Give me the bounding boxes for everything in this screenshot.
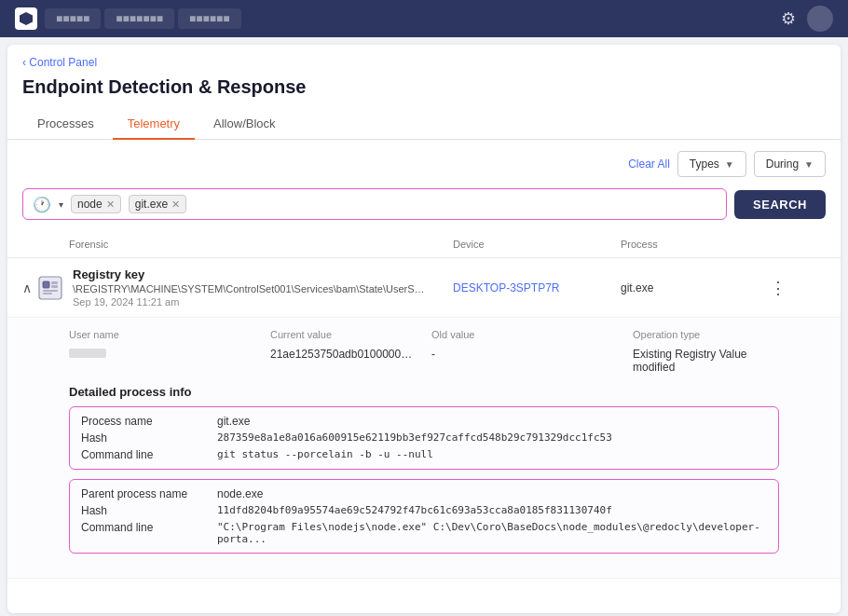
parent-process-info-box: Parent process name node.exe Hash 11dfd8… [69, 479, 779, 554]
types-filter[interactable]: Types ▼ [677, 151, 746, 177]
col-process-header: Process [621, 239, 770, 250]
dropdown-arrow-icon[interactable]: ▾ [59, 199, 63, 210]
search-button[interactable]: SEARCH [734, 190, 826, 219]
svg-rect-3 [51, 285, 58, 288]
hash-row: Hash 287359e8a1e8a016a600915e62119bb3ef9… [81, 431, 767, 445]
svg-rect-1 [43, 281, 49, 288]
registry-icon [35, 273, 65, 303]
during-chevron-icon: ▼ [804, 159, 814, 170]
process-name-box-value: git.exe [217, 415, 767, 428]
row-header[interactable]: ∧ Registry key \REGISTRY [7, 258, 841, 317]
process-name-row: Process name git.exe [81, 415, 767, 428]
types-label: Types [690, 157, 719, 171]
hash-label: Hash [81, 431, 212, 445]
col-expand [22, 239, 69, 250]
svg-rect-5 [43, 293, 52, 294]
command-line-row: Command line git status --porcelain -b -… [81, 448, 767, 461]
search-input-wrap[interactable]: 🕐 ▾ node ✕ git.exe ✕ [22, 188, 727, 220]
tabs: Processes Telemetry Allow/Block [7, 109, 841, 140]
parent-process-value: node.exe [217, 487, 767, 500]
tag-git-close-icon[interactable]: ✕ [171, 199, 180, 210]
expand-icon[interactable]: ∧ [22, 281, 32, 295]
parent-cmd-value: "C:\Program Files\nodejs\node.exe" C:\De… [217, 521, 767, 545]
app-logo[interactable] [15, 7, 37, 30]
nav-item-manage[interactable]: ■■■■■■ [178, 8, 241, 29]
col-actions-header [770, 239, 826, 250]
content-area: Control Panel Endpoint Detection & Respo… [7, 45, 841, 613]
tab-telemetry[interactable]: Telemetry [113, 109, 195, 140]
avatar-icon[interactable] [807, 6, 833, 32]
operation-type-label: Operation type [633, 329, 779, 340]
tab-allow-block[interactable]: Allow/Block [198, 109, 290, 140]
operation-type-value: Existing Registry Value modified [633, 348, 779, 374]
detail-row-1: User name Current value Old value Operat… [69, 329, 779, 340]
tag-git-label: git.exe [135, 198, 168, 211]
breadcrumb[interactable]: Control Panel [7, 45, 841, 73]
col-forensic-header: Forensic [69, 239, 453, 250]
parent-hash-label: Hash [81, 504, 212, 517]
actions-col: ⋮ [770, 278, 826, 298]
svg-rect-2 [51, 281, 58, 284]
process-name-label: Process name [81, 415, 212, 428]
process-info-box: Process name git.exe Hash 287359e8a1e8a0… [69, 406, 779, 470]
clear-all-button[interactable]: Clear All [628, 157, 670, 171]
topbar-left: ■■■■■ ■■■■■■■ ■■■■■■ [15, 7, 241, 30]
parent-hash-value: 11dfd8204bf09a95574ae69c524792f47bc61c69… [217, 504, 767, 517]
detail-row-2: 21ae1253750adb01000000000... - Existing … [69, 348, 779, 374]
tag-node-close-icon[interactable]: ✕ [106, 199, 115, 210]
tag-node-label: node [77, 198, 103, 211]
old-value-label: Old value [431, 329, 618, 340]
hash-value[interactable]: 287359e8a1e8a016a600915e62119bb3ef927caf… [217, 431, 767, 445]
toolbar: Clear All Types ▼ During ▼ [7, 140, 841, 188]
forensic-type: Registry key [73, 267, 453, 281]
detailed-process-section: Detailed process info [69, 385, 779, 399]
table-row: ∧ Registry key \REGISTRY [7, 258, 841, 579]
old-value-value: - [431, 348, 618, 374]
logo-shape [20, 12, 33, 25]
table-header: Forensic Device Process [7, 231, 841, 258]
forensic-time: Sep 19, 2024 11:21 am [73, 296, 453, 308]
tab-processes[interactable]: Processes [22, 109, 109, 140]
parent-process-name-row: Parent process name node.exe [81, 487, 767, 500]
topbar: ■■■■■ ■■■■■■■ ■■■■■■ ⚙ [0, 0, 848, 37]
col-device-header: Device [453, 239, 621, 250]
nav-item-security[interactable]: ■■■■■■■ [104, 8, 174, 29]
row-expand-area: ∧ [22, 273, 69, 303]
svg-rect-0 [39, 277, 62, 299]
current-value-value: 21ae1253750adb01000000000... [270, 348, 417, 374]
results-table: Forensic Device Process ∧ [7, 231, 841, 579]
process-name-cell: git.exe [621, 281, 653, 294]
page-title: Endpoint Detection & Response [7, 73, 841, 109]
settings-icon[interactable]: ⚙ [781, 8, 796, 29]
command-line-label: Command line [81, 448, 212, 461]
parent-cmd-label: Command line [81, 521, 212, 545]
device-link[interactable]: DESKTOP-3SPTP7R [453, 281, 559, 294]
parent-cmd-row: Command line "C:\Program Files\nodejs\no… [81, 521, 767, 545]
device-col: DESKTOP-3SPTP7R [453, 281, 621, 294]
types-chevron-icon: ▼ [725, 159, 734, 170]
more-actions-icon[interactable]: ⋮ [770, 279, 786, 297]
topbar-nav: ■■■■■ ■■■■■■■ ■■■■■■ [45, 8, 241, 29]
during-label: During [766, 157, 799, 171]
current-value-label: Current value [270, 329, 417, 340]
forensic-col: Registry key \REGISTRY\MACHINE\SYSTEM\Co… [69, 267, 453, 308]
process-col: git.exe [621, 281, 770, 294]
tag-node[interactable]: node ✕ [71, 195, 121, 213]
parent-hash-row: Hash 11dfd8204bf09a95574ae69c524792f47bc… [81, 504, 767, 517]
command-line-value: git status --porcelain -b -u --null [217, 448, 767, 461]
topbar-right: ⚙ [781, 6, 833, 32]
nav-item-home[interactable]: ■■■■■ [45, 8, 101, 29]
clock-icon[interactable]: 🕐 [33, 196, 51, 213]
svg-rect-4 [43, 290, 58, 292]
parent-process-label: Parent process name [81, 487, 212, 500]
during-filter[interactable]: During ▼ [754, 151, 826, 177]
search-bar-container: 🕐 ▾ node ✕ git.exe ✕ SEARCH [7, 188, 841, 231]
row-details: User name Current value Old value Operat… [7, 317, 841, 578]
user-name-value [69, 348, 255, 374]
user-name-label: User name [69, 329, 255, 340]
forensic-path: \REGISTRY\MACHINE\SYSTEM\ControlSet001\S… [73, 283, 427, 294]
tag-git[interactable]: git.exe ✕ [129, 195, 186, 213]
